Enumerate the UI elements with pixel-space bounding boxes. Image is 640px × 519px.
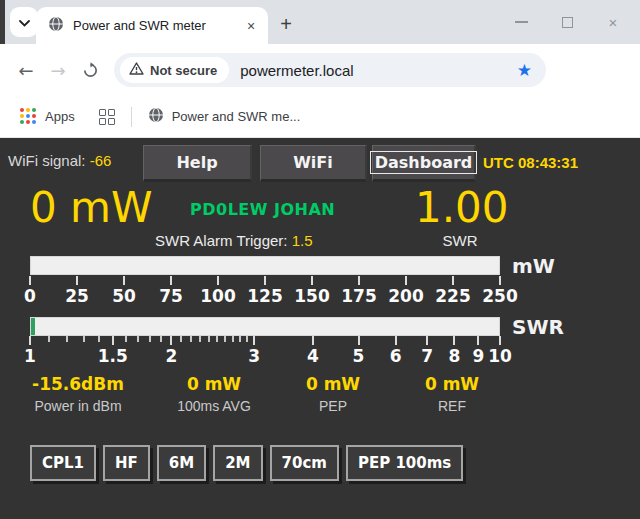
scale-label: 1 xyxy=(8,346,52,366)
scale-label: 4 xyxy=(291,346,335,366)
forward-icon[interactable]: → xyxy=(42,60,74,81)
scale-tick xyxy=(123,276,125,285)
browser-toolbar: ← → Not secure powermeter.local ★ ⋮ xyxy=(0,44,640,96)
scale-label: 225 xyxy=(431,286,475,306)
scale-tick xyxy=(29,336,31,345)
scale-tick xyxy=(499,276,501,285)
scale-tick xyxy=(358,276,360,285)
scale-tick xyxy=(83,336,85,342)
band-button-70cm[interactable]: 70cm xyxy=(270,445,339,481)
swr-meter-fill xyxy=(31,318,35,335)
apps-grid-icon[interactable] xyxy=(20,108,37,125)
scale-tick xyxy=(149,336,151,342)
window-edge xyxy=(0,0,5,44)
scale-label: 175 xyxy=(337,286,381,306)
scale-tick xyxy=(477,336,479,345)
globe-favicon-icon xyxy=(48,16,64,36)
address-bar[interactable]: Not secure powermeter.local ★ xyxy=(114,53,546,87)
tab-search-button[interactable] xyxy=(10,7,38,37)
reload-icon[interactable] xyxy=(74,62,106,79)
scale-label: 250 xyxy=(478,286,522,306)
scale-tick xyxy=(358,336,360,345)
security-chip-label: Not secure xyxy=(150,63,217,78)
scale-label: 25 xyxy=(55,286,99,306)
bookmark-star-icon[interactable]: ★ xyxy=(517,60,532,80)
scale-tick xyxy=(137,336,139,342)
swr-alarm: SWR Alarm Trigger: 1.5 xyxy=(155,232,313,249)
band-button-cpl1[interactable]: CPL1 xyxy=(30,445,96,481)
maximize-button[interactable] xyxy=(544,0,590,44)
swr-meter-unit: SWR xyxy=(512,315,564,339)
scale-tick xyxy=(246,336,248,342)
scale-tick xyxy=(405,276,407,285)
band-button-6m[interactable]: 6M xyxy=(157,445,206,481)
scale-tick xyxy=(452,276,454,285)
scale-tick xyxy=(426,336,428,345)
swr-meter-bar xyxy=(30,317,500,336)
band-button-pep-100ms[interactable]: PEP 100ms xyxy=(346,445,463,481)
scale-tick xyxy=(253,336,255,345)
tab-strip: Power and SWR meter × + × xyxy=(0,0,640,44)
scale-tick xyxy=(499,336,501,345)
scale-tick xyxy=(216,336,218,342)
tab-title: Power and SWR meter xyxy=(73,18,242,33)
scale-label: 10 xyxy=(478,346,522,366)
scale-tick xyxy=(311,276,313,285)
scale-label: 0 xyxy=(8,286,52,306)
warning-icon xyxy=(129,61,144,79)
header-button-wifi[interactable]: WiFi xyxy=(260,145,367,182)
browser-tab[interactable]: Power and SWR meter × xyxy=(36,7,268,44)
globe-bookmark-icon xyxy=(148,107,164,127)
band-button-2m[interactable]: 2M xyxy=(213,445,262,481)
scale-label: 125 xyxy=(243,286,287,306)
header-button-help[interactable]: Help xyxy=(143,145,252,182)
scale-tick xyxy=(208,336,210,342)
band-button-hf[interactable]: HF xyxy=(103,445,150,481)
stat-ref: 0 mWREF xyxy=(362,374,542,414)
scale-tick xyxy=(98,336,100,342)
scale-tick xyxy=(264,276,266,285)
scale-tick xyxy=(170,336,172,345)
scale-label: 50 xyxy=(102,286,146,306)
tab-close-icon[interactable]: × xyxy=(242,17,260,35)
header-button-dashboard[interactable]: Dashboard xyxy=(372,145,476,182)
window-close-button[interactable]: × xyxy=(590,0,636,44)
window-controls: × xyxy=(498,0,636,44)
scale-tick xyxy=(224,336,226,342)
bookmarks-separator xyxy=(131,107,132,127)
scale-tick xyxy=(395,336,397,345)
minimize-button[interactable] xyxy=(498,0,544,44)
scale-tick xyxy=(453,336,455,345)
bookmark-item[interactable]: Power and SWR me... xyxy=(148,107,301,127)
scale-tick xyxy=(76,276,78,285)
maximize-icon xyxy=(562,17,573,28)
header-button-label: WiFi xyxy=(293,153,333,172)
scale-tick xyxy=(190,336,192,342)
security-chip[interactable]: Not secure xyxy=(120,57,229,83)
collections-icon[interactable] xyxy=(99,109,115,125)
stat-value: 0 mW xyxy=(362,374,542,394)
scale-tick xyxy=(170,276,172,285)
scale-tick xyxy=(29,276,31,285)
apps-label[interactable]: Apps xyxy=(45,109,75,124)
back-icon[interactable]: ← xyxy=(10,60,42,81)
wifi-signal: WiFi signal: -66 xyxy=(8,152,111,169)
scale-tick xyxy=(199,336,201,342)
callsign-text: PD0LEW JOHAN xyxy=(190,200,335,219)
stat-label: REF xyxy=(362,398,542,414)
scale-label: 100 xyxy=(196,286,240,306)
minimize-icon xyxy=(515,21,528,23)
scale-tick xyxy=(217,276,219,285)
swr-alarm-value: 1.5 xyxy=(292,232,313,249)
scale-tick xyxy=(66,336,68,342)
swr-alarm-label: SWR Alarm Trigger: xyxy=(155,232,288,249)
bookmark-title: Power and SWR me... xyxy=(172,109,301,124)
header-button-label: Help xyxy=(176,153,217,172)
new-tab-button[interactable]: + xyxy=(272,10,300,38)
url-text[interactable]: powermeter.local xyxy=(240,62,517,79)
scale-tick xyxy=(125,336,127,342)
scale-label: 3 xyxy=(232,346,276,366)
scale-tick xyxy=(239,336,241,342)
power-meter-scale: 0255075100125150175200225250 xyxy=(30,276,500,318)
band-button-row: CPL1HF6M2M70cmPEP 100ms xyxy=(30,445,463,481)
